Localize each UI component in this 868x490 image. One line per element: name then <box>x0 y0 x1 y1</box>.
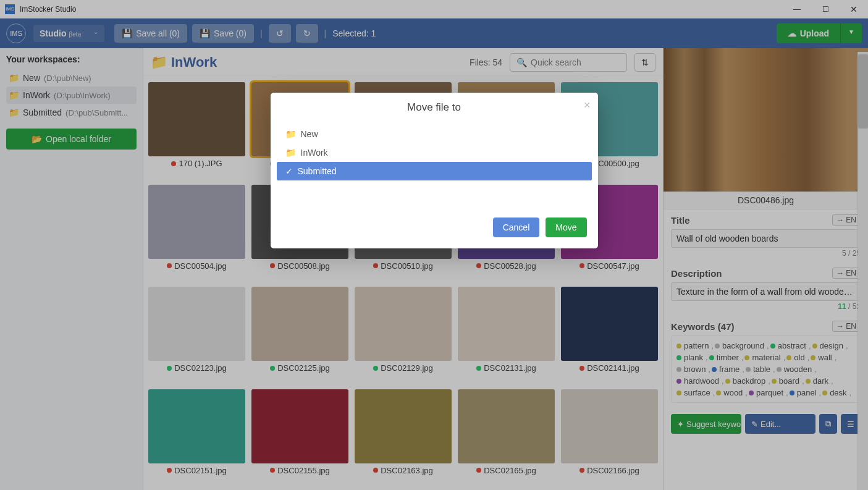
modal-folder-option[interactable]: 📁New <box>277 125 592 143</box>
folder-icon: 📁 <box>285 129 296 139</box>
cancel-button[interactable]: Cancel <box>493 218 540 237</box>
modal-folder-list: 📁New📁InWork✓Submitted <box>277 125 592 180</box>
move-file-modal: Move file to × 📁New📁InWork✓Submitted Can… <box>271 93 598 248</box>
folder-icon: 📁 <box>285 148 296 158</box>
move-button[interactable]: Move <box>546 218 586 237</box>
modal-close-button[interactable]: × <box>584 99 591 112</box>
modal-overlay: Move file to × 📁New📁InWork✓Submitted Can… <box>0 0 868 490</box>
check-icon: ✓ <box>285 166 293 176</box>
modal-title: Move file to <box>407 101 461 113</box>
modal-folder-option[interactable]: ✓Submitted <box>277 162 592 180</box>
modal-folder-option[interactable]: 📁InWork <box>277 143 592 162</box>
